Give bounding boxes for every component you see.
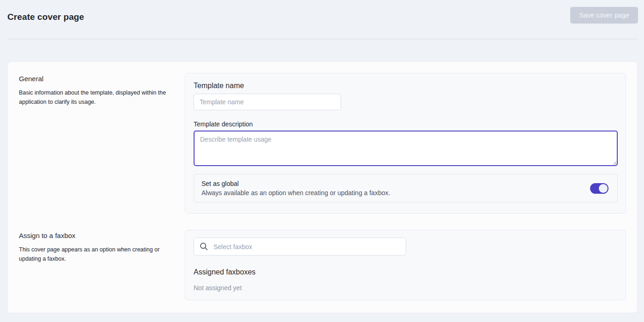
faxbox-search bbox=[194, 238, 406, 256]
template-description-label: Template description bbox=[194, 120, 618, 128]
faxbox-section: Assign to a faxbox This cover page appea… bbox=[19, 230, 626, 300]
cover-page-form-card: General Basic information about the temp… bbox=[7, 61, 638, 313]
select-faxbox-input[interactable] bbox=[194, 238, 406, 256]
template-name-label: Template name bbox=[194, 82, 618, 90]
general-section-intro: General Basic information about the temp… bbox=[19, 73, 185, 214]
general-section-description: Basic information about the template, di… bbox=[19, 88, 172, 107]
faxbox-section-description: This cover page appears as an option whe… bbox=[19, 245, 172, 263]
faxbox-panel: Assigned faxboxes Not assigned yet bbox=[185, 230, 626, 300]
page-header: Create cover page Save cover page bbox=[0, 0, 644, 39]
assigned-faxboxes-empty-text: Not assigned yet bbox=[194, 284, 617, 292]
general-section: General Basic information about the temp… bbox=[19, 73, 626, 214]
assigned-faxboxes-heading: Assigned faxboxes bbox=[194, 268, 617, 276]
save-cover-page-button[interactable]: Save cover page bbox=[570, 7, 638, 24]
toggle-knob bbox=[599, 184, 608, 193]
general-section-title: General bbox=[19, 75, 172, 83]
set-as-global-row: Set as global Always available as an opt… bbox=[194, 174, 618, 203]
set-as-global-description: Always available as an option when creat… bbox=[201, 189, 590, 197]
faxbox-section-title: Assign to a faxbox bbox=[19, 232, 172, 239]
template-name-input[interactable] bbox=[194, 94, 341, 110]
faxbox-section-intro: Assign to a faxbox This cover page appea… bbox=[19, 230, 185, 300]
set-as-global-label: Set as global bbox=[201, 180, 590, 187]
set-as-global-texts: Set as global Always available as an opt… bbox=[201, 180, 590, 197]
header-divider bbox=[7, 39, 638, 39]
general-panel: Template name Template description Set a… bbox=[185, 73, 626, 214]
set-as-global-toggle[interactable] bbox=[590, 183, 609, 194]
template-description-textarea[interactable] bbox=[194, 131, 618, 166]
page-title: Create cover page bbox=[7, 12, 637, 22]
